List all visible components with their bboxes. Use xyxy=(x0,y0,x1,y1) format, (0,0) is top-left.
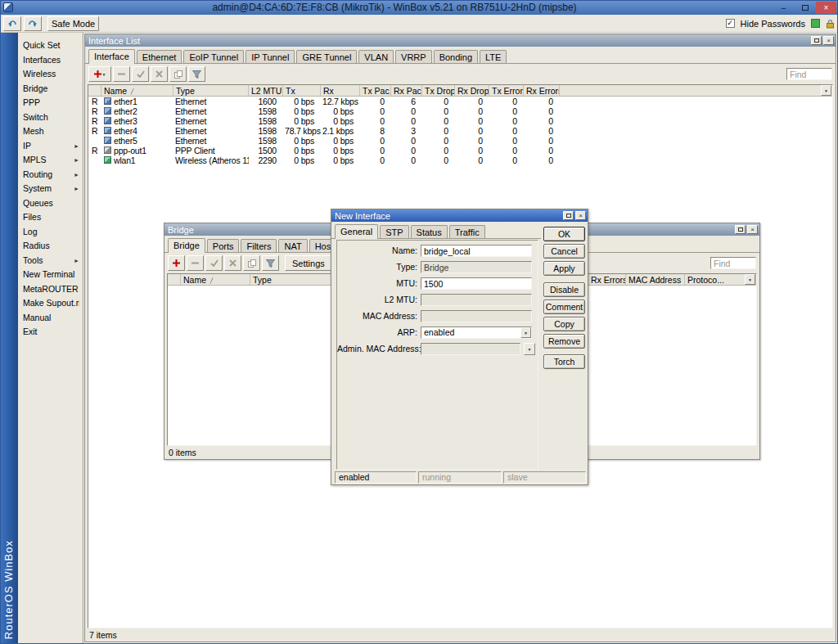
column-type[interactable]: Type xyxy=(173,85,249,96)
sidebar-item-make-supout[interactable]: Make Supout.rif xyxy=(18,296,83,311)
sidebar-item-wireless[interactable]: Wireless xyxy=(18,67,83,82)
sidebar-item-files[interactable]: Files xyxy=(18,210,83,225)
sidebar-item-bridge[interactable]: Bridge xyxy=(18,82,83,97)
table-row[interactable]: R ether4 Ethernet 1598 78.7 kbps 2.1 kbp… xyxy=(88,126,832,136)
close-button[interactable]: × xyxy=(816,2,836,14)
column-rx-packets[interactable]: Rx Pac... xyxy=(391,85,422,96)
tab-ethernet[interactable]: Ethernet xyxy=(137,50,182,63)
minimize-button[interactable]: – xyxy=(773,2,794,14)
enable-button[interactable] xyxy=(205,255,223,271)
column-tx[interactable]: Tx xyxy=(283,85,321,96)
close-button[interactable]: × xyxy=(747,225,758,234)
sidebar-item-log[interactable]: Log xyxy=(18,225,83,240)
remove-button[interactable] xyxy=(113,66,130,82)
tab-status[interactable]: Status xyxy=(411,225,448,238)
tab-traffic[interactable]: Traffic xyxy=(449,225,485,238)
sidebar-item-quick-set[interactable]: Quick Set xyxy=(18,38,83,53)
sidebar-item-switch[interactable]: Switch xyxy=(18,110,83,125)
filter-button[interactable] xyxy=(262,255,279,271)
interface-list-titlebar[interactable]: Interface List × xyxy=(85,34,836,47)
tab-vlan[interactable]: VLAN xyxy=(358,50,394,63)
l2mtu-field[interactable] xyxy=(421,294,532,306)
hide-passwords-checkbox[interactable]: ✓ xyxy=(726,19,735,28)
column-rx-errors[interactable]: Rx Errors xyxy=(588,274,626,285)
sidebar-item-interfaces[interactable]: Interfaces xyxy=(18,53,83,68)
close-button[interactable]: × xyxy=(575,211,586,220)
copy-button[interactable]: Copy xyxy=(543,317,585,331)
column-tx-errors[interactable]: Tx Errors xyxy=(489,85,524,96)
chevron-down-icon[interactable]: ▼ xyxy=(520,327,531,338)
sidebar-item-radius[interactable]: Radius xyxy=(18,239,83,254)
restore-button[interactable] xyxy=(563,211,574,220)
column-flags[interactable] xyxy=(168,274,181,285)
sidebar-item-mpls[interactable]: MPLS► xyxy=(18,153,83,168)
sidebar-item-exit[interactable]: Exit xyxy=(18,325,83,340)
column-l2mtu[interactable]: L2 MTU xyxy=(249,85,283,96)
sidebar-item-queues[interactable]: Queues xyxy=(18,196,83,211)
sidebar-item-new-terminal[interactable]: New Terminal xyxy=(18,268,83,282)
tab-stp[interactable]: STP xyxy=(380,225,408,238)
comment-button[interactable]: Comment xyxy=(543,299,585,314)
tab-filters[interactable]: Filters xyxy=(241,239,277,252)
add-button[interactable]: ▼ xyxy=(88,66,111,82)
sidebar-item-ppp[interactable]: PPP xyxy=(18,96,83,110)
mtu-field[interactable] xyxy=(421,277,532,290)
tab-lte[interactable]: LTE xyxy=(480,50,507,63)
table-row[interactable]: R ether2 Ethernet 1598 0 bps 0 bps 0 0 0… xyxy=(88,106,832,116)
column-type[interactable]: Type xyxy=(250,274,332,285)
undo-button[interactable] xyxy=(3,16,21,31)
sidebar-item-tools[interactable]: Tools► xyxy=(18,254,83,268)
maximize-button[interactable] xyxy=(795,2,815,14)
column-mac-address[interactable]: MAC Address xyxy=(626,274,685,285)
tab-nat[interactable]: NAT xyxy=(278,239,307,252)
name-field[interactable] xyxy=(421,245,532,257)
mac-address-field[interactable] xyxy=(421,310,532,322)
comment-button[interactable] xyxy=(169,66,187,82)
remove-button[interactable]: Remove xyxy=(543,334,585,349)
sidebar-item-manual[interactable]: Manual xyxy=(18,311,83,326)
column-picker-button[interactable]: ▼ xyxy=(745,274,755,285)
find-input[interactable] xyxy=(786,68,832,80)
restore-button[interactable] xyxy=(735,225,746,234)
table-row[interactable]: R ether1 Ethernet 1600 0 bps 12.7 kbps 0… xyxy=(88,97,832,106)
disable-button[interactable]: Disable xyxy=(543,282,585,297)
table-row[interactable]: R ppp-out1 PPP Client 1500 0 bps 0 bps 0… xyxy=(88,146,832,155)
add-button[interactable] xyxy=(168,255,185,271)
tab-interface[interactable]: Interface xyxy=(88,49,135,64)
disable-button[interactable] xyxy=(151,66,168,82)
column-rx[interactable]: Rx xyxy=(321,85,360,96)
table-row[interactable]: R ether3 Ethernet 1598 0 bps 0 bps 0 0 0… xyxy=(88,116,832,126)
restore-button[interactable] xyxy=(811,36,822,45)
tab-ports[interactable]: Ports xyxy=(207,239,240,252)
redo-button[interactable] xyxy=(24,16,42,31)
arp-select[interactable]: enabled ▼ xyxy=(421,327,532,339)
tab-bridge[interactable]: Bridge xyxy=(168,238,205,253)
dialog-titlebar[interactable]: New Interface × xyxy=(331,209,588,222)
comment-button[interactable] xyxy=(243,255,260,271)
apply-button[interactable]: Apply xyxy=(543,261,585,276)
tab-gre-tunnel[interactable]: GRE Tunnel xyxy=(296,50,357,63)
admin-mac-dropdown-button[interactable]: ▼ xyxy=(524,343,535,355)
safe-mode-button[interactable]: Safe Mode xyxy=(47,16,99,31)
disable-button[interactable] xyxy=(224,255,241,271)
column-name[interactable]: Name xyxy=(101,85,173,96)
torch-button[interactable]: Torch xyxy=(543,354,585,369)
admin-mac-field[interactable] xyxy=(421,343,520,355)
tab-bonding[interactable]: Bonding xyxy=(434,50,478,63)
tab-general[interactable]: General xyxy=(335,224,378,239)
column-tx-drops[interactable]: Tx Drops xyxy=(422,85,455,96)
close-button[interactable]: × xyxy=(823,36,834,45)
column-picker-button[interactable]: ▼ xyxy=(821,85,831,96)
sidebar-item-system[interactable]: System► xyxy=(18,182,83,196)
sidebar-item-mesh[interactable]: Mesh xyxy=(18,124,83,139)
enable-button[interactable] xyxy=(132,66,149,82)
tab-vrrp[interactable]: VRRP xyxy=(395,50,432,63)
type-field[interactable] xyxy=(421,261,532,273)
sidebar-item-metarouter[interactable]: MetaROUTER xyxy=(18,282,83,297)
tab-eoip-tunnel[interactable]: EoIP Tunnel xyxy=(183,50,244,63)
sidebar-item-ip[interactable]: IP► xyxy=(18,139,83,154)
cancel-button[interactable]: Cancel xyxy=(543,244,585,259)
sidebar-item-routing[interactable]: Routing► xyxy=(18,168,83,182)
column-rx-errors[interactable]: Rx Errors xyxy=(524,85,560,96)
column-name[interactable]: Name xyxy=(181,274,250,285)
